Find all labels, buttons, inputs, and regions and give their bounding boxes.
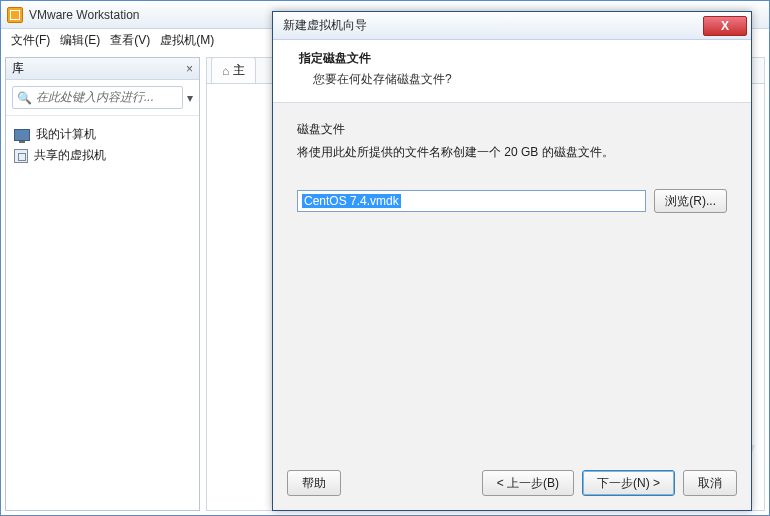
wizard-header: 指定磁盘文件 您要在何处存储磁盘文件? [273,40,751,103]
disk-file-value: CentOS 7.4.vmdk [302,194,401,208]
disk-file-label: 磁盘文件 [297,121,727,138]
new-vm-wizard-dialog: 新建虚拟机向导 X 指定磁盘文件 您要在何处存储磁盘文件? 磁盘文件 将使用此处… [272,11,752,511]
tab-home-label: 主 [233,62,245,79]
library-header: 库 × [6,58,199,80]
wizard-title: 新建虚拟机向导 [283,17,367,34]
wizard-body: 磁盘文件 将使用此处所提供的文件名称创建一个 20 GB 的磁盘文件。 Cent… [273,103,751,231]
close-icon: X [721,19,729,33]
wizard-titlebar: 新建虚拟机向导 X [273,12,751,40]
wizard-heading: 指定磁盘文件 [299,50,731,67]
disk-file-desc: 将使用此处所提供的文件名称创建一个 20 GB 的磁盘文件。 [297,144,727,161]
library-close-icon[interactable]: × [186,62,193,76]
vmware-app-icon [7,7,23,23]
menu-edit[interactable]: 编辑(E) [60,32,100,49]
wizard-subheading: 您要在何处存储磁盘文件? [299,71,731,88]
menu-file[interactable]: 文件(F) [11,32,50,49]
library-panel: 库 × 🔍 在此处键入内容进行... ▾ 我的计算机 共享的虚拟机 [5,57,200,511]
tab-home[interactable]: ⌂ 主 [211,57,256,83]
tree-item-shared-vm[interactable]: 共享的虚拟机 [12,145,193,166]
browse-button[interactable]: 浏览(R)... [654,189,727,213]
wizard-footer: 帮助 < 上一步(B) 下一步(N) > 取消 [273,460,751,510]
menu-vm[interactable]: 虚拟机(M) [160,32,214,49]
wizard-close-button[interactable]: X [703,16,747,36]
next-button[interactable]: 下一步(N) > [582,470,675,496]
cancel-button[interactable]: 取消 [683,470,737,496]
search-input[interactable]: 在此处键入内容进行... [36,89,178,106]
disk-file-input[interactable]: CentOS 7.4.vmdk [297,190,646,212]
library-search-row: 🔍 在此处键入内容进行... ▾ [6,80,199,116]
app-title: VMware Workstation [29,8,139,22]
disk-file-row: CentOS 7.4.vmdk 浏览(R)... [297,189,727,213]
back-button[interactable]: < 上一步(B) [482,470,574,496]
monitor-icon [14,129,30,141]
tree-item-my-computer[interactable]: 我的计算机 [12,124,193,145]
library-tree: 我的计算机 共享的虚拟机 [6,116,199,174]
menu-view[interactable]: 查看(V) [110,32,150,49]
shared-vm-icon [14,149,28,163]
library-title: 库 [12,60,24,77]
search-dropdown-icon[interactable]: ▾ [187,91,193,105]
search-input-wrap[interactable]: 🔍 在此处键入内容进行... [12,86,183,109]
tree-label: 我的计算机 [36,126,96,143]
search-icon: 🔍 [17,91,32,105]
home-icon: ⌂ [222,64,229,78]
help-button[interactable]: 帮助 [287,470,341,496]
tree-label: 共享的虚拟机 [34,147,106,164]
